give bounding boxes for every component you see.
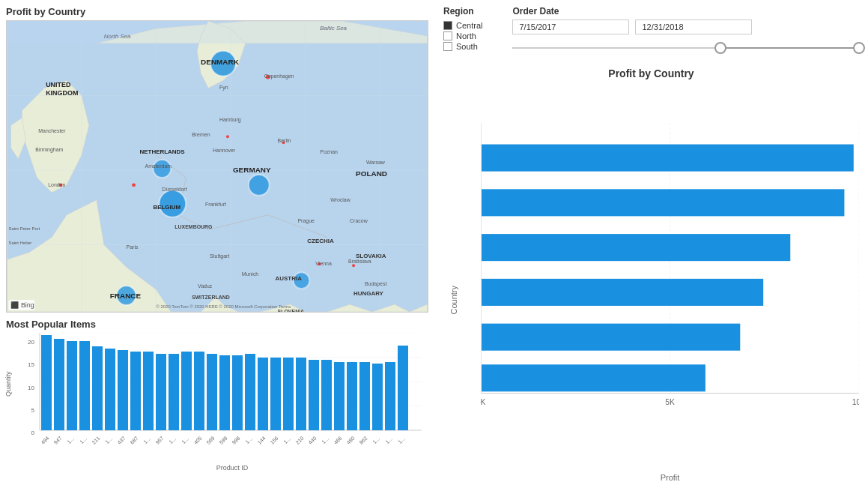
svg-text:1...: 1... <box>321 436 330 445</box>
svg-text:Saint Helier: Saint Helier <box>8 241 31 245</box>
svg-rect-99 <box>270 358 281 430</box>
svg-text:GERMANY: GERMANY <box>233 166 271 174</box>
svg-rect-94 <box>207 354 217 430</box>
north-checkbox[interactable] <box>443 31 452 40</box>
svg-text:Baltic Sea: Baltic Sea <box>320 25 347 31</box>
svg-rect-97 <box>245 354 255 430</box>
slider-track <box>512 47 859 49</box>
svg-text:405: 405 <box>193 436 203 445</box>
svg-rect-154 <box>482 364 705 391</box>
svg-text:Frankfurt: Frankfurt <box>205 202 226 207</box>
y-label-15: 15 <box>19 361 34 368</box>
svg-rect-81 <box>41 335 52 430</box>
svg-rect-109 <box>398 346 408 430</box>
region-south[interactable]: South <box>443 42 482 51</box>
region-control: Region Central North South <box>443 6 482 51</box>
svg-rect-103 <box>321 360 332 430</box>
svg-text:Warsaw: Warsaw <box>366 160 386 165</box>
y-label-20: 20 <box>19 339 34 346</box>
svg-text:FRANCE: FRANCE <box>110 292 142 300</box>
profit-y-axis-title: Country <box>449 286 458 316</box>
svg-rect-107 <box>372 364 383 430</box>
svg-text:Copenhagen: Copenhagen <box>264 73 294 79</box>
svg-text:Stuttgart: Stuttgart <box>210 253 229 259</box>
svg-text:HUNGARY: HUNGARY <box>353 290 384 297</box>
svg-text:Vienna: Vienna <box>315 261 332 266</box>
svg-text:London: London <box>48 182 65 187</box>
main-container: Profit by Country <box>0 0 868 488</box>
date-range-slider[interactable] <box>512 40 859 55</box>
svg-text:1...: 1... <box>384 436 393 445</box>
svg-text:Birmingham: Birmingham <box>35 147 63 153</box>
svg-text:SLOVENIA: SLOVENIA <box>278 309 305 312</box>
region-north[interactable]: North <box>443 31 482 40</box>
svg-rect-151 <box>482 234 790 261</box>
svg-text:Vaduz: Vaduz <box>198 283 213 289</box>
profit-chart-svg: Denmark Belgium Germany France Netherlan… <box>481 88 859 451</box>
region-central[interactable]: Central <box>443 21 482 30</box>
profit-chart-title: Profit by Country <box>443 67 859 79</box>
svg-text:Prague: Prague <box>297 218 315 224</box>
end-date-input[interactable] <box>635 19 752 34</box>
svg-rect-95 <box>219 355 230 430</box>
south-checkbox[interactable] <box>443 42 452 51</box>
y-label-5: 5 <box>19 407 34 414</box>
svg-text:Saint Peter Port: Saint Peter Port <box>8 226 40 231</box>
map-container[interactable]: UNITED KINGDOM DENMARK NETHERLANDS BELGI… <box>6 20 428 313</box>
svg-text:1...: 1... <box>104 436 113 445</box>
svg-text:5K: 5K <box>665 398 675 406</box>
slider-thumb-left[interactable] <box>714 42 726 54</box>
svg-text:Cracow: Cracow <box>350 218 368 223</box>
svg-text:© 2020 TomTom © 2020 HERE © 20: © 2020 TomTom © 2020 HERE © 2020 Microso… <box>156 304 291 309</box>
svg-rect-152 <box>482 279 763 306</box>
svg-text:466: 466 <box>333 436 343 445</box>
svg-text:494: 494 <box>40 436 50 445</box>
svg-rect-92 <box>181 352 192 430</box>
date-control: Order Date <box>512 6 859 55</box>
svg-text:957: 957 <box>155 436 165 445</box>
svg-text:NETHERLANDS: NETHERLANDS <box>140 148 185 155</box>
order-date-label: Order Date <box>512 6 859 16</box>
svg-text:Poznan: Poznan <box>320 149 338 154</box>
svg-text:569: 569 <box>206 436 216 445</box>
svg-text:Paris: Paris <box>127 244 139 250</box>
svg-rect-1 <box>7 21 427 43</box>
svg-point-18 <box>226 135 229 138</box>
svg-point-24 <box>249 175 270 196</box>
svg-text:Fyn: Fyn <box>219 85 228 91</box>
svg-text:North Sea: North Sea <box>104 33 131 40</box>
svg-rect-93 <box>194 352 204 430</box>
svg-text:CZECHIA: CZECHIA <box>307 238 334 244</box>
central-checkbox[interactable] <box>443 21 452 30</box>
svg-text:156: 156 <box>270 436 279 445</box>
svg-rect-98 <box>258 358 268 430</box>
start-date-input[interactable] <box>512 19 629 34</box>
svg-point-16 <box>132 183 136 187</box>
svg-rect-101 <box>296 358 306 430</box>
map-title: Profit by Country <box>6 6 428 17</box>
svg-text:1...: 1... <box>180 436 189 445</box>
svg-rect-89 <box>143 352 154 430</box>
svg-rect-85 <box>92 346 103 430</box>
profit-x-axis-title: Profit <box>481 473 859 482</box>
svg-rect-91 <box>169 354 179 430</box>
date-inputs <box>512 19 859 34</box>
svg-rect-104 <box>334 362 345 430</box>
svg-text:Manchester: Manchester <box>38 128 66 133</box>
svg-text:POLAND: POLAND <box>356 169 387 178</box>
svg-text:1...: 1... <box>282 436 291 445</box>
svg-rect-87 <box>118 350 128 430</box>
svg-text:1...: 1... <box>397 436 406 445</box>
svg-rect-86 <box>105 349 115 430</box>
svg-text:210: 210 <box>295 436 305 445</box>
svg-text:Hamburg: Hamburg <box>219 117 241 123</box>
slider-thumb-right[interactable] <box>853 42 865 54</box>
svg-text:144: 144 <box>257 436 267 445</box>
svg-text:KINGDOM: KINGDOM <box>46 89 78 97</box>
svg-text:1...: 1... <box>371 436 380 445</box>
svg-text:Düsseldorf: Düsseldorf <box>162 187 186 192</box>
svg-text:437: 437 <box>117 436 127 445</box>
svg-text:Munich: Munich <box>242 271 259 277</box>
left-panel: Profit by Country <box>0 0 434 488</box>
svg-rect-150 <box>482 189 844 216</box>
